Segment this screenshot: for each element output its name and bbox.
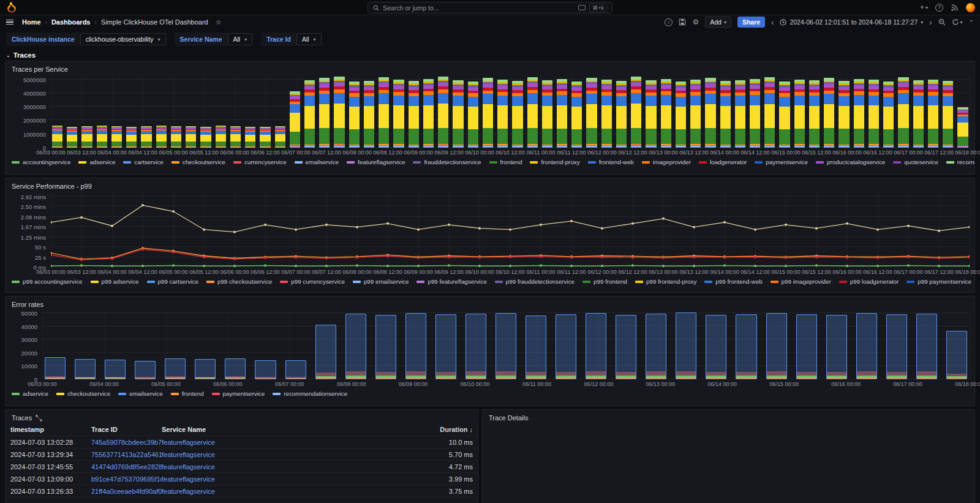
legend-item-frontend-proxy[interactable]: frontend-proxy	[530, 159, 579, 165]
panel-links-icon[interactable]	[36, 415, 42, 422]
stacked-bar[interactable]	[171, 126, 181, 148]
error-bar[interactable]	[345, 314, 366, 379]
stacked-bar[interactable]	[230, 126, 241, 148]
table-header-cell[interactable]: timestamp	[10, 426, 91, 433]
legend-item-productcatalogservice[interactable]: productcatalogservice	[816, 159, 885, 165]
cell-service-name-link[interactable]: featureflagservice	[162, 475, 225, 483]
legend-item-imageprovider[interactable]: p99 imageprovider	[771, 278, 831, 285]
stacked-bar[interactable]	[839, 81, 849, 148]
error-bar[interactable]	[225, 358, 246, 379]
stacked-bar[interactable]	[468, 81, 478, 148]
stacked-bar[interactable]	[571, 81, 582, 148]
error-bar[interactable]	[676, 312, 696, 379]
cell-service-name-link[interactable]: featureflagservice	[162, 488, 225, 495]
table-row[interactable]: 2024-07-03 13:02:28745a59078cbdeec39b7..…	[6, 436, 478, 448]
stacked-bar[interactable]	[764, 77, 775, 148]
error-bar[interactable]	[826, 315, 847, 379]
legend-item-frauddetectionservice[interactable]: p99 frauddetectionservice	[495, 278, 575, 285]
error-bar[interactable]	[405, 313, 426, 379]
refresh-button[interactable]: ▾	[952, 18, 963, 26]
stacked-bar[interactable]	[957, 107, 968, 148]
stacked-bar[interactable]	[720, 81, 731, 148]
legend-item-accountingservice[interactable]: p99 accountingservice	[12, 278, 83, 285]
legend-item-imageprovider[interactable]: imageprovider	[642, 159, 691, 165]
variable-label[interactable]: ClickHouse instance	[6, 32, 80, 46]
variable-value-dropdown[interactable]: All▾	[296, 33, 322, 45]
stacked-bar[interactable]	[661, 79, 671, 148]
cell-trace-id-link[interactable]: b91ce47d753709695f1d...	[91, 475, 162, 483]
stacked-bar[interactable]	[483, 78, 493, 148]
stacked-bar[interactable]	[260, 127, 270, 148]
stacked-bar[interactable]	[943, 81, 953, 148]
stacked-bar[interactable]	[379, 77, 389, 148]
stacked-bar[interactable]	[824, 78, 834, 148]
stacked-bar[interactable]	[898, 77, 908, 148]
cell-service-name-link[interactable]: featureflagservice	[162, 451, 225, 458]
stacked-bar[interactable]	[557, 79, 567, 148]
legend-item-frontend-proxy[interactable]: p99 frontend-proxy	[635, 278, 696, 285]
error-bar[interactable]	[195, 359, 216, 379]
stacked-bar[interactable]	[364, 81, 374, 148]
legend-item-currencyservice[interactable]: currencyservice	[233, 159, 287, 165]
legend-item-frontend[interactable]: frontend	[489, 159, 522, 165]
legend-item-loadgenerator[interactable]: loadgenerator	[699, 159, 747, 165]
error-bar[interactable]	[946, 331, 967, 379]
error-bar[interactable]	[766, 313, 787, 379]
breadcrumb-item[interactable]: Home	[22, 18, 41, 26]
panel-title[interactable]: Error rates	[6, 297, 974, 309]
stacked-bar[interactable]	[200, 127, 211, 148]
legend-item-recommendationservice[interactable]: recommendationservice	[946, 159, 974, 165]
section-traces-toggle[interactable]: ⌄ Traces	[0, 49, 980, 61]
stacked-bar[interactable]	[275, 126, 285, 148]
stacked-bar[interactable]	[304, 80, 315, 148]
legend-item-frauddetectionservice[interactable]: frauddetectionservice	[413, 159, 481, 165]
stacked-bar[interactable]	[913, 80, 924, 148]
help-icon[interactable]: ?	[935, 4, 943, 12]
legend-item-checkoutservice[interactable]: checkoutservice	[172, 159, 225, 165]
grafana-logo[interactable]	[6, 2, 17, 13]
legend-item-checkoutservice[interactable]: p99 checkoutservice	[206, 278, 272, 285]
stacked-bar[interactable]	[245, 127, 255, 148]
cell-trace-id-link[interactable]: 745a59078cbdeec39b7...	[91, 439, 162, 446]
legend-item-featureflagservice[interactable]: p99 featureflagservice	[417, 278, 486, 285]
stacked-bar[interactable]	[690, 80, 701, 148]
stacked-bar[interactable]	[646, 80, 656, 148]
variable-value-dropdown[interactable]: All▾	[228, 33, 253, 45]
error-bar[interactable]	[135, 361, 156, 379]
stacked-bar[interactable]	[512, 81, 522, 148]
error-bar[interactable]	[285, 360, 306, 379]
error-bar[interactable]	[75, 359, 96, 379]
stacked-bar[interactable]	[601, 80, 612, 148]
panel-title[interactable]: Traces per Service	[6, 61, 974, 74]
breadcrumb-item[interactable]: Simple ClickHouse OTel Dashboard	[101, 18, 208, 26]
add-button[interactable]: Add▾	[705, 17, 731, 28]
stacked-bar[interactable]	[794, 80, 805, 148]
error-bar[interactable]	[796, 314, 817, 379]
stacked-bar[interactable]	[705, 78, 715, 148]
error-bar[interactable]	[916, 314, 937, 379]
breadcrumb-item[interactable]: Dashboards	[51, 18, 91, 26]
panel-title[interactable]: Service Performance - p99	[6, 178, 974, 191]
stacked-bar[interactable]	[453, 80, 463, 148]
stacked-bar[interactable]	[141, 126, 151, 148]
legend-item-adservice[interactable]: p99 adservice	[91, 278, 139, 285]
legend-item-cartservice[interactable]: p99 cartservice	[147, 278, 198, 285]
variable-label[interactable]: Service Name	[175, 32, 228, 46]
stacked-bar[interactable]	[186, 126, 196, 148]
legend-item-paymentservice[interactable]: paymentservice	[755, 159, 808, 165]
stacked-bar[interactable]	[156, 126, 167, 148]
table-row[interactable]: 2024-07-03 13:26:3321ff4a0ceeaeb4fd90af0…	[6, 485, 478, 497]
error-bar[interactable]	[435, 314, 456, 379]
variable-value-dropdown[interactable]: clickhouse-observability▾	[80, 33, 166, 45]
favorite-star-icon[interactable]: ☆	[216, 18, 222, 26]
stacked-bar[interactable]	[928, 80, 938, 148]
error-bar[interactable]	[45, 357, 66, 379]
stacked-bar[interactable]	[349, 81, 360, 148]
panel-title[interactable]: Traces	[6, 410, 478, 423]
stacked-bar[interactable]	[854, 79, 864, 148]
stacked-bar[interactable]	[497, 80, 508, 148]
legend-item-adservice[interactable]: adservice	[78, 159, 115, 165]
stacked-bar[interactable]	[409, 81, 419, 148]
stacked-bar[interactable]	[393, 80, 404, 148]
time-shift-back-icon[interactable]: ‹	[771, 18, 774, 27]
